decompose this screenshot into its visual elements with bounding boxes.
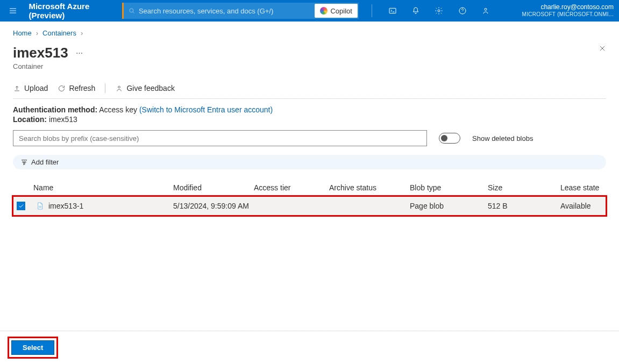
cell-modified: 5/13/2024, 9:59:09 AM xyxy=(173,202,254,210)
search-icon xyxy=(128,7,136,15)
page-title: imex513 xyxy=(13,45,68,61)
notifications-icon[interactable] xyxy=(408,2,423,19)
more-actions-icon[interactable]: ⋯ xyxy=(76,49,84,57)
title-row: imex513 ⋯ xyxy=(13,45,606,61)
refresh-button[interactable]: Refresh xyxy=(58,84,95,92)
cloud-shell-icon[interactable] xyxy=(385,2,400,19)
svg-point-5 xyxy=(118,86,120,88)
svg-point-0 xyxy=(130,9,133,12)
select-button[interactable]: Select xyxy=(11,340,54,355)
upload-label: Upload xyxy=(24,84,48,92)
global-search[interactable]: Copilot xyxy=(122,3,359,19)
global-search-input[interactable] xyxy=(136,7,315,15)
brand-title[interactable]: Microsoft Azure (Preview) xyxy=(29,2,113,20)
copilot-logo-icon xyxy=(320,7,328,15)
svg-rect-1 xyxy=(389,8,396,13)
add-filter-label: Add filter xyxy=(31,158,59,166)
toolbar-divider xyxy=(105,83,105,93)
auth-method-value: Access key xyxy=(99,105,137,114)
add-filter-button[interactable]: Add filter xyxy=(13,155,606,169)
auth-switch-link[interactable]: (Switch to Microsoft Entra user account) xyxy=(139,105,273,114)
account-email: charlie.roy@contoso.com xyxy=(517,3,614,11)
svg-point-2 xyxy=(438,10,440,12)
help-icon[interactable] xyxy=(455,2,469,19)
col-size[interactable]: Size xyxy=(488,183,560,192)
table-row[interactable]: imex513-1 5/13/2024, 9:59:09 AM Page blo… xyxy=(13,196,606,216)
breadcrumb-containers[interactable]: Containers xyxy=(42,29,76,37)
hamburger-menu-icon[interactable] xyxy=(5,2,20,19)
command-bar: Upload Refresh Give feedback xyxy=(13,78,606,99)
copilot-label: Copilot xyxy=(330,7,352,15)
header-divider xyxy=(372,4,372,17)
chevron-right-icon: › xyxy=(81,29,83,37)
upload-icon xyxy=(13,84,21,92)
filter-row: Show deleted blobs xyxy=(13,130,606,146)
cell-size: 512 B xyxy=(488,202,560,210)
blob-grid: Name Modified Access tier Archive status… xyxy=(13,181,606,216)
auth-method-label: Authentication method: xyxy=(13,105,97,114)
row-checkbox[interactable] xyxy=(16,201,26,211)
col-access-tier[interactable]: Access tier xyxy=(254,183,329,192)
col-blob-type[interactable]: Blob type xyxy=(410,183,488,192)
grid-header-row: Name Modified Access tier Archive status… xyxy=(13,181,606,196)
location-value: imex513 xyxy=(49,115,77,124)
col-name[interactable]: Name xyxy=(33,183,173,192)
col-archive-status[interactable]: Archive status xyxy=(329,183,410,192)
filter-icon xyxy=(20,159,28,166)
feedback-button[interactable]: Give feedback xyxy=(115,84,175,92)
cell-blob-type: Page blob xyxy=(410,202,488,210)
info-block: Authentication method: Access key (Switc… xyxy=(13,105,606,125)
refresh-label: Refresh xyxy=(69,84,95,92)
show-deleted-toggle[interactable] xyxy=(439,133,460,144)
cell-lease-state: Available xyxy=(560,202,606,210)
account-info[interactable]: charlie.roy@contoso.com MICROSOFT (MICRO… xyxy=(517,3,614,18)
breadcrumb-home[interactable]: Home xyxy=(13,29,32,37)
chevron-right-icon: › xyxy=(36,29,38,37)
select-button-highlight: Select xyxy=(8,337,58,359)
feedback-person-icon xyxy=(115,84,123,92)
col-modified[interactable]: Modified xyxy=(173,183,254,192)
feedback-icon[interactable] xyxy=(479,2,493,19)
breadcrumb: Home › Containers › xyxy=(13,29,606,37)
file-icon xyxy=(35,202,44,210)
settings-gear-icon[interactable] xyxy=(432,2,446,19)
refresh-icon xyxy=(58,84,66,92)
show-deleted-label: Show deleted blobs xyxy=(472,134,533,142)
col-lease-state[interactable]: Lease state xyxy=(560,183,606,192)
upload-button[interactable]: Upload xyxy=(13,84,48,92)
page-body: Home › Containers › imex513 ⋯ Container … xyxy=(0,22,619,331)
account-directory: MICROSOFT (MICROSOFT.ONMI... xyxy=(517,11,614,18)
copilot-button[interactable]: Copilot xyxy=(315,4,357,18)
page-subtitle: Container xyxy=(13,62,606,70)
feedback-label: Give feedback xyxy=(126,84,175,92)
blob-search-input[interactable] xyxy=(13,130,427,146)
top-header: Microsoft Azure (Preview) Copilot charli… xyxy=(0,0,619,22)
cell-name[interactable]: imex513-1 xyxy=(48,202,83,210)
bottom-bar: Select xyxy=(0,331,619,364)
location-label: Location: xyxy=(13,115,47,124)
close-blade-button[interactable] xyxy=(599,45,606,54)
svg-point-4 xyxy=(485,8,487,10)
